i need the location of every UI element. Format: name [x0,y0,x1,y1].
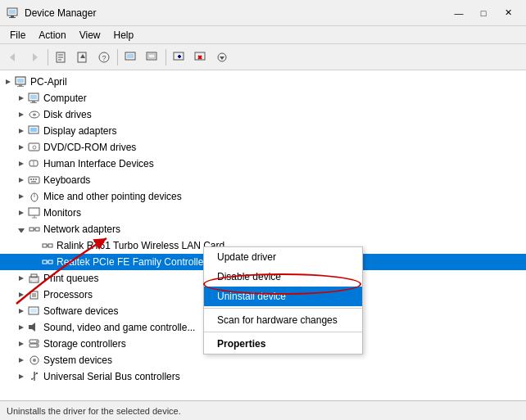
update-driver-button[interactable] [73,47,93,67]
disk-icon [28,108,41,121]
computer-label: Computer [43,93,87,104]
svg-marker-54 [19,194,24,199]
hid-label: Human Interface Devices [43,158,154,169]
network-label: Network adapters [43,224,120,235]
storage-expand[interactable] [15,341,28,347]
scan-button[interactable] [121,47,141,67]
context-properties[interactable]: Properties [204,334,362,354]
display-button[interactable] [143,47,162,67]
menu-bar: File Action View Help [0,26,526,44]
menu-help[interactable]: Help [107,26,141,44]
tree-item-display[interactable]: Display adapters [0,123,526,139]
svg-marker-45 [19,161,24,166]
help-button[interactable]: ? [94,47,114,67]
title-bar-left: Device Manager [7,7,96,20]
software-label: Software devices [43,305,118,317]
svg-marker-80 [19,309,24,314]
maximize-button[interactable]: □ [472,4,495,22]
svg-rect-41 [30,128,37,132]
disk-label: Disk drives [43,109,92,120]
driver-button[interactable] [212,47,232,67]
svg-marker-86 [19,341,24,346]
tree-item-mice[interactable]: Mice and other pointing devices [0,188,526,205]
context-update-driver[interactable]: Update driver [204,247,362,267]
monitors-expand[interactable] [15,210,28,216]
tree-item-monitors[interactable]: Monitors [0,205,526,221]
svg-point-38 [33,114,36,116]
svg-point-89 [36,341,38,342]
add-device-button[interactable] [170,47,189,67]
context-disable-device[interactable]: Disable device [204,267,362,287]
menu-file[interactable]: File [3,26,32,44]
disk-expand[interactable] [15,111,28,118]
close-button[interactable]: ✕ [497,4,519,22]
properties-button[interactable] [52,47,71,67]
mice-icon [28,190,41,203]
tree-root[interactable]: PC-April [0,74,526,90]
svg-rect-33 [30,95,37,99]
svg-rect-30 [17,86,24,87]
hid-expand[interactable] [15,160,28,167]
tree-item-keyboards[interactable]: Keyboards [0,172,526,188]
svg-point-98 [31,378,33,380]
context-scan-hardware[interactable]: Scan for hardware changes [204,310,362,330]
tree-item-hid[interactable]: Human Interface Devices [0,156,526,172]
svg-rect-29 [19,84,22,86]
menu-view[interactable]: View [73,26,107,44]
forward-button[interactable] [25,47,44,67]
print-icon [28,272,41,285]
menu-action[interactable]: Action [32,26,72,44]
svg-marker-5 [33,53,38,61]
tree-item-disk[interactable]: Disk drives [0,106,526,123]
system-label: System devices [43,355,112,366]
root-label: PC-April [30,76,67,88]
svg-marker-31 [19,96,24,101]
back-button[interactable] [3,47,23,67]
status-text: Uninstalls the driver for the selected d… [7,406,181,416]
system-expand[interactable] [15,357,28,364]
display-icon [28,124,41,138]
app-icon [7,7,20,20]
svg-rect-71 [48,260,52,264]
software-expand[interactable] [15,308,28,314]
software-icon [28,305,41,318]
svg-rect-66 [43,244,47,247]
usb-icon [28,370,41,383]
context-uninstall-device[interactable]: Uninstall device [204,287,362,306]
keyboards-expand[interactable] [15,177,28,183]
svg-marker-85 [32,323,35,332]
svg-point-44 [33,146,36,149]
tree-item-usb[interactable]: Universal Serial Bus controllers [0,368,526,385]
title-bar: Device Manager — □ ✕ [0,0,526,26]
tree-item-dvd[interactable]: DVD/CD-ROM drives [0,139,526,156]
print-label: Print queues [43,273,98,284]
mice-expand[interactable] [15,193,28,200]
computer-icon [28,92,41,105]
svg-marker-26 [6,79,11,84]
realtek-label: Realtek PCIe FE Family Controller [57,256,206,268]
display-expand[interactable] [15,128,28,134]
tree-item-network[interactable]: Network adapters [0,221,526,237]
minimize-button[interactable]: — [447,4,470,22]
print-expand[interactable] [15,275,28,282]
tree-item-computer[interactable]: Computer [0,90,526,106]
toolbar: ? [0,44,526,70]
keyboards-label: Keyboards [43,174,90,186]
computer-expand[interactable] [15,95,28,102]
processors-label: Processors [43,289,93,300]
svg-rect-99 [36,373,38,374]
svg-marker-39 [19,129,24,133]
usb-expand[interactable] [15,373,28,380]
sound-expand[interactable] [15,324,28,331]
processors-expand[interactable] [15,291,28,298]
monitors-label: Monitors [43,207,81,219]
svg-rect-52 [35,178,37,180]
tree-item-system[interactable]: System devices [0,352,526,368]
title-bar-controls: — □ ✕ [447,4,519,22]
root-expand-icon[interactable] [2,79,15,85]
remove-device-button[interactable] [191,47,211,67]
network-expand[interactable] [15,226,28,233]
svg-rect-3 [9,17,16,18]
context-separator [204,308,362,309]
dvd-expand[interactable] [15,144,28,151]
